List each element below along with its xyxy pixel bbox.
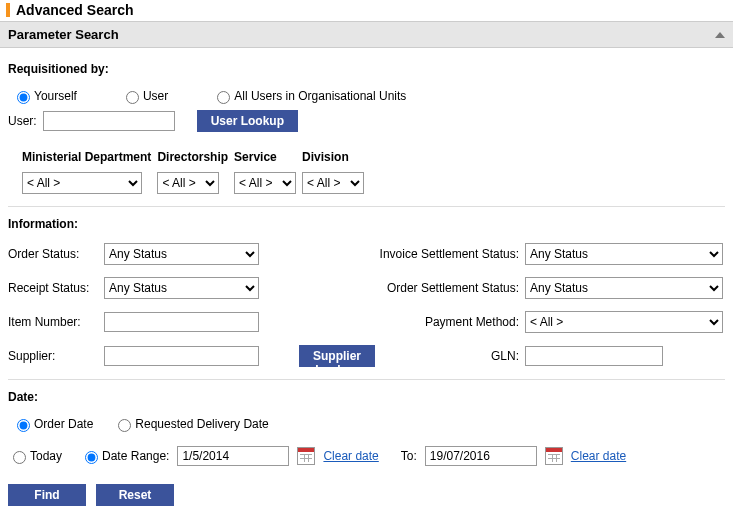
radio-yourself[interactable] (17, 91, 30, 104)
divider (8, 379, 725, 380)
item-number-input[interactable] (104, 312, 259, 332)
service-select[interactable]: < All > (234, 172, 296, 194)
radio-user[interactable] (126, 91, 139, 104)
date-to-label: To: (401, 449, 417, 463)
clear-date-to-link[interactable]: Clear date (571, 449, 626, 463)
radio-requested-delivery[interactable] (118, 419, 131, 432)
gln-label: GLN: (369, 349, 519, 363)
receipt-status-label: Receipt Status: (8, 281, 98, 295)
user-lookup-button[interactable]: User Lookup (197, 110, 298, 132)
find-button[interactable]: Find (8, 484, 86, 506)
invoice-settlement-status-label: Invoice Settlement Status: (369, 247, 519, 261)
collapse-icon[interactable] (715, 32, 725, 38)
divider (8, 206, 725, 207)
radio-today-label: Today (30, 449, 62, 463)
gln-input[interactable] (525, 346, 663, 366)
directorship-select[interactable]: < All > (157, 172, 219, 194)
reset-button[interactable]: Reset (96, 484, 174, 506)
clear-date-from-link[interactable]: Clear date (323, 449, 378, 463)
date-to-input[interactable] (425, 446, 537, 466)
order-settlement-status-label: Order Settlement Status: (369, 281, 519, 295)
col-head-directorship: Directorship (157, 150, 228, 168)
radio-order-date[interactable] (17, 419, 30, 432)
radio-all-units-label: All Users in Organisational Units (234, 89, 406, 103)
order-settlement-status-select[interactable]: Any Status (525, 277, 723, 299)
user-label: User: (8, 114, 37, 128)
radio-date-range[interactable] (85, 451, 98, 464)
supplier-input[interactable] (104, 346, 259, 366)
payment-method-label: Payment Method: (369, 315, 519, 329)
ministerial-select[interactable]: < All > (22, 172, 142, 194)
radio-order-date-label: Order Date (34, 417, 93, 431)
radio-requested-delivery-label: Requested Delivery Date (135, 417, 268, 431)
division-select[interactable]: < All > (302, 172, 364, 194)
payment-method-select[interactable]: < All > (525, 311, 723, 333)
requisitioned-by-label: Requisitioned by: (8, 62, 725, 76)
information-label: Information: (8, 217, 725, 231)
calendar-icon[interactable] (545, 447, 563, 465)
supplier-label: Supplier: (8, 349, 98, 363)
accent-bar (6, 3, 10, 17)
radio-today[interactable] (13, 451, 26, 464)
page-title: Advanced Search (16, 2, 134, 18)
user-input[interactable] (43, 111, 175, 131)
col-head-service: Service (234, 150, 296, 168)
receipt-status-select[interactable]: Any Status (104, 277, 259, 299)
radio-yourself-label: Yourself (34, 89, 77, 103)
invoice-settlement-status-select[interactable]: Any Status (525, 243, 723, 265)
section-header-label: Parameter Search (8, 27, 119, 42)
radio-all-units[interactable] (217, 91, 230, 104)
radio-user-label: User (143, 89, 168, 103)
calendar-icon[interactable] (297, 447, 315, 465)
date-from-input[interactable] (177, 446, 289, 466)
col-head-division: Division (302, 150, 364, 168)
col-head-ministerial: Ministerial Department (22, 150, 151, 168)
order-status-label: Order Status: (8, 247, 98, 261)
parameter-search-header[interactable]: Parameter Search (0, 21, 733, 48)
date-label: Date: (8, 390, 725, 404)
item-number-label: Item Number: (8, 315, 98, 329)
radio-date-range-label: Date Range: (102, 449, 169, 463)
order-status-select[interactable]: Any Status (104, 243, 259, 265)
supplier-lookup-button[interactable]: Supplier Lookup (299, 345, 375, 367)
